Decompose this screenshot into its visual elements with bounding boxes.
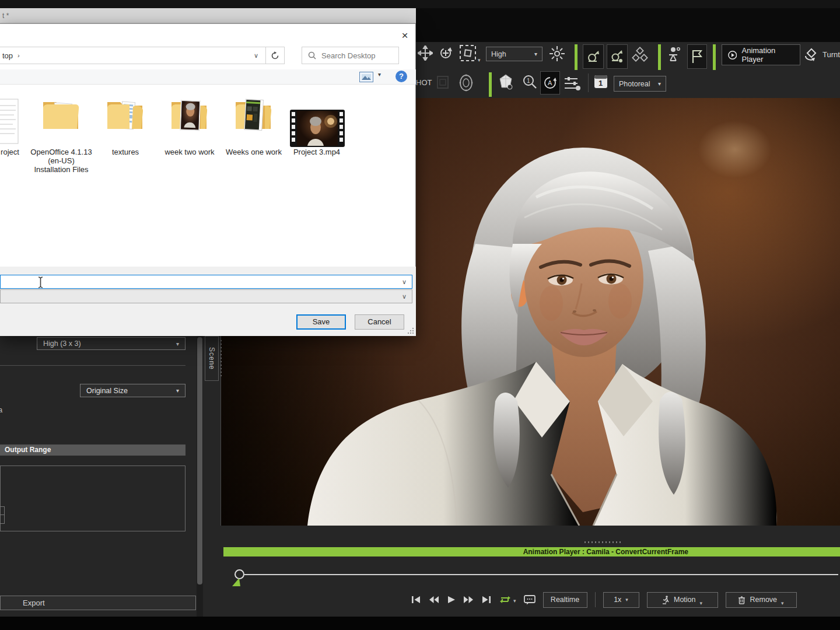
realtime-button[interactable]: Realtime bbox=[543, 592, 587, 608]
tab-scene[interactable]: Scene bbox=[205, 336, 219, 381]
render-quality-select[interactable]: High (3 x 3)▾ bbox=[37, 337, 186, 350]
skip-end-button[interactable] bbox=[481, 595, 491, 604]
search-box[interactable] bbox=[302, 47, 399, 64]
filename-input[interactable] bbox=[1, 275, 412, 288]
chevron-down-icon: ▾ bbox=[176, 341, 179, 347]
chevron-down-icon: ▾ bbox=[534, 51, 537, 57]
file-label[interactable]: textures bbox=[93, 148, 158, 156]
file-label[interactable]: Project 3.mp4 bbox=[285, 148, 349, 156]
flag-icon-button[interactable] bbox=[687, 44, 707, 69]
refresh-button[interactable] bbox=[266, 47, 285, 64]
timeline-start-marker[interactable] bbox=[232, 578, 240, 586]
filetype-combobox[interactable]: ∨ bbox=[0, 289, 412, 303]
panel-drag-handle[interactable] bbox=[584, 541, 621, 543]
move-tool-icon[interactable] bbox=[418, 46, 433, 61]
address-bar[interactable]: top › ∨ bbox=[0, 47, 266, 64]
text-cursor bbox=[37, 276, 44, 288]
chevron-down-icon: ▾ bbox=[625, 597, 628, 603]
address-dropdown-icon[interactable]: ∨ bbox=[254, 52, 258, 60]
cancel-button[interactable]: Cancel bbox=[355, 314, 404, 330]
face-mask-icon[interactable] bbox=[457, 74, 475, 92]
file-tile[interactable] bbox=[106, 97, 145, 134]
resize-grip[interactable] bbox=[407, 327, 414, 334]
actor-icon[interactable] bbox=[666, 46, 684, 63]
window-title-strip: t * bbox=[0, 8, 416, 23]
viewport-quality-select[interactable]: High▾ bbox=[486, 47, 542, 61]
file-tile[interactable] bbox=[235, 97, 273, 134]
skip-start-button[interactable] bbox=[411, 595, 421, 604]
material-gem-icon[interactable] bbox=[497, 74, 514, 91]
file-tile[interactable] bbox=[290, 110, 345, 147]
chevron-down-icon[interactable]: ∨ bbox=[402, 278, 407, 286]
play-button[interactable] bbox=[447, 595, 456, 604]
video-thumbnail-icon bbox=[290, 110, 345, 147]
animation-player-button[interactable]: Animation Player bbox=[722, 44, 800, 65]
cubes-icon[interactable] bbox=[631, 47, 649, 64]
light-icon[interactable] bbox=[549, 46, 565, 62]
fast-forward-button[interactable] bbox=[463, 595, 474, 604]
chevron-down-icon: ▾ bbox=[781, 600, 784, 606]
file-label[interactable]: OpenOffice 4.1.13 (en-US) Installation F… bbox=[30, 148, 92, 174]
help-button[interactable]: ? bbox=[396, 71, 407, 82]
settings-sliders-icon[interactable] bbox=[563, 75, 582, 92]
timeline-track[interactable] bbox=[244, 574, 838, 575]
output-range-box bbox=[0, 466, 186, 531]
caption-button[interactable] bbox=[524, 595, 536, 605]
toolbar-separator bbox=[658, 44, 661, 70]
file-tile[interactable] bbox=[0, 99, 19, 144]
search-input[interactable] bbox=[321, 51, 390, 60]
frame-one-icon[interactable]: 1 bbox=[593, 74, 608, 90]
file-label[interactable]: roject bbox=[0, 148, 24, 156]
turntable-icon bbox=[804, 47, 819, 62]
playback-controls: ▾ Realtime 1x▾ Motion ▾ Remove ▾ bbox=[411, 591, 797, 608]
rewind-button[interactable] bbox=[429, 595, 439, 604]
chevron-down-icon: ▾ bbox=[513, 598, 516, 604]
marquee-dropdown-icon[interactable]: ▾ bbox=[478, 57, 481, 63]
panel-scrollbar-thumb[interactable] bbox=[197, 337, 202, 584]
address-path: top bbox=[2, 51, 13, 60]
document-icon bbox=[0, 99, 19, 144]
preview-motion-curve-button[interactable] bbox=[607, 44, 628, 69]
svg-text:1: 1 bbox=[527, 78, 530, 84]
chevron-down-icon: ▾ bbox=[700, 600, 703, 606]
playhead-knob[interactable] bbox=[235, 569, 244, 579]
rotate-tool-icon[interactable] bbox=[438, 46, 453, 61]
view-dropdown-icon[interactable]: ▾ bbox=[378, 71, 381, 78]
motion-button[interactable]: Motion ▾ bbox=[647, 592, 718, 608]
shot-label-fragment: HOT bbox=[416, 78, 432, 87]
toolbar-divider bbox=[588, 74, 589, 92]
loop-range-button[interactable]: ▾ bbox=[499, 594, 516, 605]
marquee-select-icon[interactable] bbox=[459, 44, 477, 62]
save-as-dialog: × top › ∨ ▾ ? roject OpenOffice 4.1.13 (… bbox=[0, 23, 416, 335]
output-size-select[interactable]: Original Size▾ bbox=[80, 384, 186, 397]
render-settings-panel: High (3 x 3)▾ Original Size▾ a Output Ra… bbox=[0, 335, 220, 617]
file-label[interactable]: Weeks one work bbox=[222, 148, 286, 156]
auto-mode-button-active[interactable]: A bbox=[540, 71, 560, 94]
turntable-button[interactable]: Turntal bbox=[804, 47, 840, 62]
chevron-down-icon[interactable]: ∨ bbox=[402, 293, 407, 300]
close-icon[interactable]: × bbox=[398, 29, 412, 43]
file-label[interactable]: week two work bbox=[158, 148, 222, 156]
play-circle-icon bbox=[728, 50, 737, 60]
folder-icon bbox=[106, 97, 145, 134]
filename-combobox[interactable]: ∨ bbox=[0, 275, 412, 289]
file-tile[interactable] bbox=[42, 97, 80, 134]
playback-speed-select[interactable]: 1x▾ bbox=[603, 592, 639, 608]
export-button[interactable]: Export bbox=[0, 596, 196, 610]
edit-motion-curve-button[interactable] bbox=[583, 44, 604, 69]
controls-divider bbox=[595, 592, 596, 607]
screen: { "window": { "title_fragment": "t *" },… bbox=[0, 0, 840, 630]
range-spinner[interactable] bbox=[0, 506, 5, 524]
remove-button[interactable]: Remove ▾ bbox=[726, 592, 797, 608]
toolbar-separator bbox=[713, 44, 716, 70]
svg-text:1: 1 bbox=[598, 79, 603, 88]
thumbnail-view-icon[interactable] bbox=[359, 72, 373, 82]
app-toolbar-region: ▾ High▾ Animation Player Turntal HOT bbox=[416, 8, 840, 98]
zoom-one-icon[interactable]: 1 bbox=[521, 74, 538, 91]
clipped-label-fragment: a bbox=[0, 405, 2, 414]
render-mode-select[interactable]: Photoreal▾ bbox=[614, 76, 666, 92]
player-title: Animation Player : Camila - ConvertCurre… bbox=[523, 548, 688, 556]
toolbar-separator bbox=[575, 44, 578, 70]
file-tile[interactable] bbox=[170, 97, 209, 134]
save-button[interactable]: Save bbox=[296, 314, 346, 330]
